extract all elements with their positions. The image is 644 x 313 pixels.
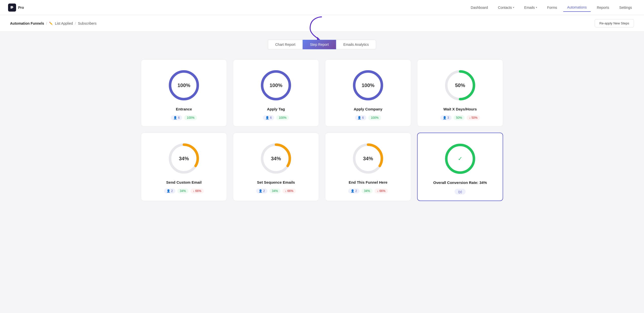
donut-apply-tag: 100%	[258, 68, 294, 103]
card-send-email-title: Send Custom Email	[166, 180, 202, 184]
stat-send-email-users: 👤 2	[164, 188, 175, 193]
users-icon: 👤	[173, 116, 177, 120]
stat-entrance-pct: 100%	[184, 115, 197, 120]
cards-grid: 100% Entrance 👤 6 100% 100% Apply Tag	[141, 59, 503, 201]
card-overall-stats: (y)	[455, 189, 465, 194]
contacts-chevron-icon: ▾	[513, 6, 514, 9]
card-set-sequence-emails: 34% Set Sequence Emails 👤 2 34% ↓ 66%	[233, 133, 319, 201]
nav-settings[interactable]: Settings	[615, 4, 636, 12]
stat-wait-users: 👤 3	[440, 115, 452, 120]
nav-automations[interactable]: Automations	[563, 3, 591, 12]
stat-sequence-emails-users: 👤 2	[256, 188, 267, 193]
donut-sequence-emails-label: 34%	[271, 156, 281, 162]
card-apply-company-stats: 👤 6 100%	[355, 115, 381, 120]
logo-text: Pro	[18, 6, 24, 10]
donut-apply-company-label: 100%	[361, 83, 374, 88]
stat-sequence-emails-pct: 34%	[269, 188, 280, 193]
stat-apply-company-users: 👤 6	[355, 115, 366, 120]
donut-apply-company: 100%	[350, 68, 386, 103]
stat-end-funnel-pct: 34%	[361, 188, 373, 193]
nav-reports[interactable]: Reports	[593, 4, 613, 12]
nav-links: Dashboard Contacts ▾ Emails ▾ Forms Auto…	[467, 3, 636, 12]
breadcrumb-subscribers[interactable]: Subscribers	[78, 21, 97, 25]
navbar: Pro Dashboard Contacts ▾ Emails ▾ Forms …	[0, 0, 644, 15]
logo: Pro	[8, 4, 24, 12]
breadcrumb-sep-2: /	[75, 21, 76, 25]
card-send-email-stats: 👤 2 34% ↓ 66%	[164, 188, 204, 193]
donut-apply-tag-label: 100%	[269, 83, 282, 88]
card-end-funnel-title: End This Funnel Here	[349, 180, 387, 184]
nav-forms[interactable]: Forms	[543, 4, 561, 12]
nav-emails[interactable]: Emails ▾	[520, 4, 541, 12]
card-send-custom-email: 34% Send Custom Email 👤 2 34% ↓ 66%	[141, 133, 227, 201]
donut-wait-label: 50%	[455, 83, 465, 88]
donut-entrance-label: 100%	[177, 83, 190, 88]
donut-overall: ✓	[442, 141, 478, 176]
stat-sequence-emails-drop: ↓ 66%	[283, 188, 296, 193]
donut-end-funnel-label: 34%	[363, 156, 373, 162]
logo-icon	[8, 4, 16, 12]
stat-send-email-drop: ↓ 66%	[190, 188, 204, 193]
donut-wait-x-days: 50%	[442, 68, 478, 103]
card-entrance-title: Entrance	[176, 107, 192, 111]
donut-send-custom-email: 34%	[166, 141, 202, 176]
card-apply-tag-title: Apply Tag	[267, 107, 285, 111]
tab-chart-report[interactable]: Chart Report	[268, 40, 303, 49]
breadcrumb-sep-1: /	[46, 21, 47, 25]
stat-apply-tag-users: 👤 6	[263, 115, 274, 120]
card-apply-company: 100% Apply Company 👤 6 100%	[325, 59, 411, 127]
donut-end-funnel: 34%	[350, 141, 386, 176]
card-sequence-emails-title: Set Sequence Emails	[257, 180, 295, 184]
card-apply-tag-stats: 👤 6 100%	[263, 115, 289, 120]
card-end-funnel: 34% End This Funnel Here 👤 2 34% ↓ 66%	[325, 133, 411, 201]
emails-chevron-icon: ▾	[536, 6, 537, 9]
stat-overall-badge: (y)	[455, 189, 465, 194]
stat-entrance-users: 👤 6	[171, 115, 182, 120]
card-wait-x-days: 50% Wait X Days/Hours 👤 3 50% ↓ 50%	[417, 59, 503, 127]
edit-icon: ✏️	[49, 22, 53, 25]
breadcrumb-list-applied[interactable]: List Applied	[55, 21, 73, 25]
check-icon: ✓	[458, 155, 462, 162]
nav-contacts[interactable]: Contacts ▾	[494, 4, 518, 12]
tab-step-report[interactable]: Step Report	[303, 40, 336, 49]
breadcrumb-bar: Automation Funnels / ✏️ List Applied / S…	[0, 15, 644, 32]
stat-wait-pct: 50%	[454, 115, 465, 120]
stat-wait-drop: ↓ 50%	[467, 115, 480, 120]
nav-dashboard[interactable]: Dashboard	[467, 4, 492, 12]
card-apply-company-title: Apply Company	[354, 107, 382, 111]
svg-marker-0	[316, 37, 321, 40]
donut-send-email-label: 34%	[179, 156, 189, 162]
card-entrance-stats: 👤 6 100%	[171, 115, 197, 120]
breadcrumb: Automation Funnels / ✏️ List Applied / S…	[10, 21, 97, 25]
stat-send-email-pct: 34%	[177, 188, 188, 193]
card-entrance: 100% Entrance 👤 6 100%	[141, 59, 227, 127]
stat-apply-company-pct: 100%	[368, 115, 381, 120]
card-sequence-emails-stats: 👤 2 34% ↓ 66%	[256, 188, 296, 193]
card-wait-title: Wait X Days/Hours	[444, 107, 477, 111]
card-overall-title: Overall Conversion Rate: 34%	[433, 180, 487, 185]
stat-apply-tag-pct: 100%	[276, 115, 289, 120]
stat-end-funnel-users: 👤 2	[348, 188, 359, 193]
donut-entrance: 100%	[166, 68, 202, 103]
card-apply-tag: 100% Apply Tag 👤 6 100%	[233, 59, 319, 127]
donut-set-sequence-emails: 34%	[258, 141, 294, 176]
tab-emails-analytics[interactable]: Emails Analytics	[336, 40, 376, 49]
card-overall-conversion: ✓ Overall Conversion Rate: 34% (y)	[417, 133, 503, 201]
card-end-funnel-stats: 👤 2 34% ↓ 66%	[348, 188, 388, 193]
stat-end-funnel-drop: ↓ 66%	[375, 188, 388, 193]
breadcrumb-automation-funnels[interactable]: Automation Funnels	[10, 21, 44, 25]
reapply-button[interactable]: Re-apply New Steps	[595, 19, 634, 27]
card-wait-stats: 👤 3 50% ↓ 50%	[440, 115, 480, 120]
tabs-row: Chart Report Step Report Emails Analytic…	[10, 40, 634, 49]
main-content: Chart Report Step Report Emails Analytic…	[0, 32, 644, 313]
